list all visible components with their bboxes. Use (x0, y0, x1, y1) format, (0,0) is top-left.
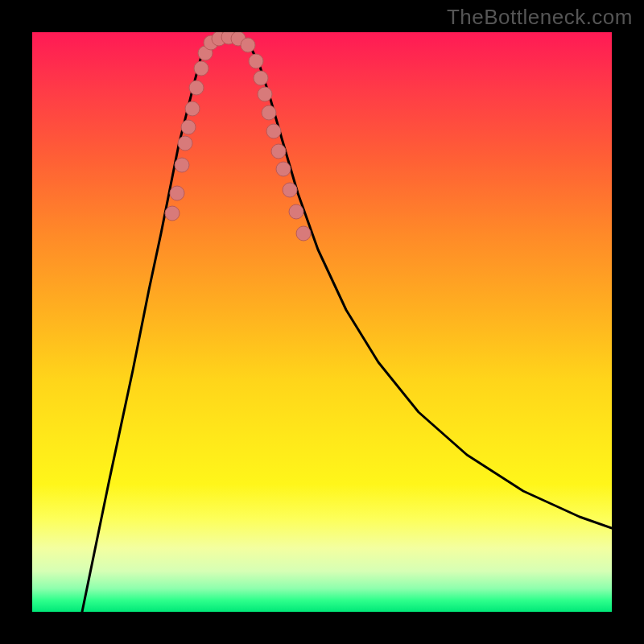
marker-left (194, 61, 208, 76)
marker-left (189, 80, 204, 95)
marker-right (258, 87, 272, 101)
v-curve (82, 37, 612, 612)
marker-left (165, 206, 180, 221)
marker-right (296, 226, 311, 241)
marker-left (175, 158, 189, 172)
marker-right (283, 183, 297, 197)
marker-left (185, 101, 200, 116)
marker-bottom (241, 38, 255, 52)
marker-left (178, 136, 192, 151)
marker-left (170, 186, 184, 200)
marker-right (271, 144, 286, 159)
marker-right (249, 54, 263, 68)
marker-right (266, 124, 281, 138)
marker-right (254, 71, 268, 85)
marker-left (181, 120, 196, 134)
marker-right (289, 204, 303, 219)
plot-area (32, 32, 612, 612)
watermark-text: TheBottleneck.com (447, 5, 633, 30)
chart-svg (32, 32, 612, 612)
marker-right (262, 105, 276, 120)
marker-right (276, 162, 291, 176)
chart-frame: TheBottleneck.com (0, 0, 644, 644)
